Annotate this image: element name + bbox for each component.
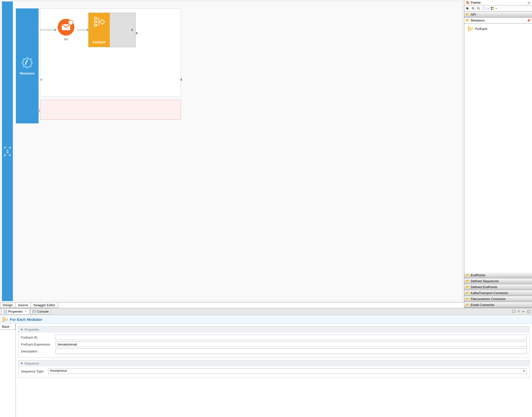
console-icon bbox=[32, 310, 36, 313]
svg-rect-10 bbox=[25, 60, 28, 65]
gear-icon bbox=[21, 57, 33, 70]
sequence-type-select[interactable]: Anonymous bbox=[48, 369, 527, 374]
api-rail[interactable]: API bbox=[2, 1, 13, 301]
foreach-mediator-node[interactable]: ForEach bbox=[88, 13, 136, 47]
folder-icon: 📂 bbox=[466, 291, 469, 295]
drawer-fileconnector-connector[interactable]: 📂Fileconnector Connector bbox=[464, 296, 532, 302]
dropdown-icon[interactable]: ▾ bbox=[496, 7, 497, 10]
diagram-canvas[interactable]: API Resource bbox=[2, 1, 462, 301]
drawer-label: Email Connector bbox=[471, 303, 494, 307]
foreach-mediator-icon bbox=[2, 317, 8, 322]
svg-rect-24 bbox=[491, 7, 492, 8]
new-view-icon[interactable]: ✦ bbox=[512, 310, 516, 313]
foreach-expression-input[interactable] bbox=[56, 342, 527, 347]
palette-collapse-icon[interactable]: ▷ bbox=[528, 1, 531, 4]
folder-icon: 📂 bbox=[466, 13, 469, 16]
foreach-id-input[interactable] bbox=[56, 335, 527, 340]
foreach-icon bbox=[468, 26, 473, 31]
resource-label: Resource bbox=[20, 71, 34, 75]
view-menu-icon[interactable]: ▽ bbox=[518, 310, 520, 313]
foreach-expression-label: ForEach Expression: bbox=[21, 343, 56, 346]
tab-design[interactable]: Design bbox=[0, 303, 15, 308]
svg-rect-32 bbox=[4, 310, 7, 313]
folder-icon: 📂 bbox=[466, 303, 469, 307]
palette-item-foreach[interactable]: ForEach bbox=[465, 25, 531, 32]
drawer-defined-endpoints[interactable]: 📂Defined EndPoints bbox=[464, 284, 532, 290]
minimize-icon[interactable] bbox=[522, 310, 525, 313]
palette-panel: 🎨 Palette ▷ ▾ ▾ 📂 API 📂 Mediators 📌 bbox=[464, 0, 532, 308]
arrow-icon bbox=[136, 32, 138, 35]
svg-text:API: API bbox=[6, 149, 9, 154]
editor-tabs: Design Source Swagger Editor bbox=[0, 302, 464, 308]
drawer-mediators[interactable]: 📂 Mediators 📌 bbox=[464, 18, 532, 23]
select-tool-icon[interactable] bbox=[466, 6, 470, 10]
svg-rect-29 bbox=[468, 28, 469, 29]
email-connector-icon bbox=[58, 19, 74, 36]
zoom-in-icon[interactable] bbox=[471, 6, 475, 10]
pin-icon[interactable]: 📌 bbox=[527, 19, 531, 22]
drawer-label: API bbox=[471, 13, 476, 16]
collapse-icon bbox=[21, 329, 23, 330]
folder-icon: 📂 bbox=[466, 285, 469, 289]
description-input[interactable] bbox=[56, 348, 527, 354]
sequence-type-label: Sequence Type: bbox=[21, 370, 48, 373]
tab-console[interactable]: Console bbox=[30, 309, 51, 314]
maximize-icon[interactable] bbox=[527, 310, 531, 313]
arrow-icon bbox=[40, 30, 55, 30]
description-label: Description: bbox=[21, 349, 56, 353]
palette-item-label: ForEach bbox=[475, 27, 487, 31]
drawer-label: Fileconnector Connector bbox=[471, 297, 506, 301]
tab-properties[interactable]: Properties ✕ bbox=[1, 309, 29, 314]
foreach-node-label: ForEach bbox=[93, 40, 106, 44]
close-icon[interactable]: ✕ bbox=[25, 310, 27, 313]
svg-rect-42 bbox=[3, 319, 4, 320]
arrow-icon bbox=[180, 78, 182, 81]
drawer-label: Defined EndPoints bbox=[471, 285, 497, 289]
svg-rect-12 bbox=[94, 17, 96, 19]
svg-rect-25 bbox=[492, 7, 494, 8]
svg-rect-23 bbox=[483, 7, 485, 10]
palette-title: Palette bbox=[471, 1, 528, 4]
palette-icon: 🎨 bbox=[466, 1, 470, 4]
resource-block[interactable]: Resource bbox=[16, 8, 39, 123]
tab-label: Console bbox=[37, 310, 49, 313]
fault-sequence-box[interactable] bbox=[40, 100, 181, 120]
drawer-email-connector[interactable]: 📂Email Connector bbox=[464, 302, 532, 308]
section-title: Properties bbox=[24, 328, 39, 331]
svg-rect-39 bbox=[522, 311, 525, 312]
svg-rect-41 bbox=[3, 317, 4, 318]
marquee-tool-icon[interactable] bbox=[482, 6, 486, 10]
tab-swagger-editor[interactable]: Swagger Editor bbox=[31, 303, 58, 308]
svg-rect-13 bbox=[94, 21, 96, 23]
folder-icon: 📂 bbox=[466, 279, 469, 283]
base-tab[interactable]: Base bbox=[0, 324, 16, 330]
drawer-label: KafkaTransport Connector bbox=[471, 291, 508, 295]
dropdown-icon[interactable]: ▾ bbox=[488, 7, 489, 10]
svg-rect-30 bbox=[468, 30, 469, 31]
svg-line-17 bbox=[474, 9, 475, 10]
svg-rect-15 bbox=[100, 20, 105, 24]
svg-rect-31 bbox=[471, 28, 473, 30]
section-properties-header[interactable]: Properties bbox=[19, 326, 529, 333]
properties-icon bbox=[4, 310, 7, 313]
folder-icon: 📂 bbox=[466, 273, 469, 277]
arrow-icon bbox=[77, 30, 87, 30]
svg-rect-43 bbox=[3, 321, 4, 322]
arrow-icon bbox=[37, 109, 40, 113]
drawer-api[interactable]: 📂 API bbox=[464, 12, 532, 18]
layout-tool-icon[interactable] bbox=[490, 6, 494, 10]
folder-open-icon: 📂 bbox=[466, 19, 469, 22]
tab-source[interactable]: Source bbox=[15, 303, 31, 308]
svg-rect-27 bbox=[492, 9, 494, 10]
foreach-mediator-icon bbox=[93, 16, 105, 27]
drawer-kafka-connector[interactable]: 📂KafkaTransport Connector bbox=[464, 290, 532, 296]
svg-rect-40 bbox=[528, 310, 530, 313]
arrow-out-icon bbox=[132, 28, 133, 31]
svg-rect-35 bbox=[33, 310, 36, 313]
list-connector-node[interactable]: list bbox=[58, 19, 74, 41]
drawer-defined-sequences[interactable]: 📂Defined Sequences bbox=[464, 278, 532, 284]
zoom-out-icon[interactable] bbox=[477, 6, 481, 10]
section-sequence-header[interactable]: Sequence bbox=[19, 360, 529, 367]
drawer-endpoints[interactable]: 📂EndPoints bbox=[464, 272, 532, 278]
list-node-label: list bbox=[64, 38, 68, 41]
